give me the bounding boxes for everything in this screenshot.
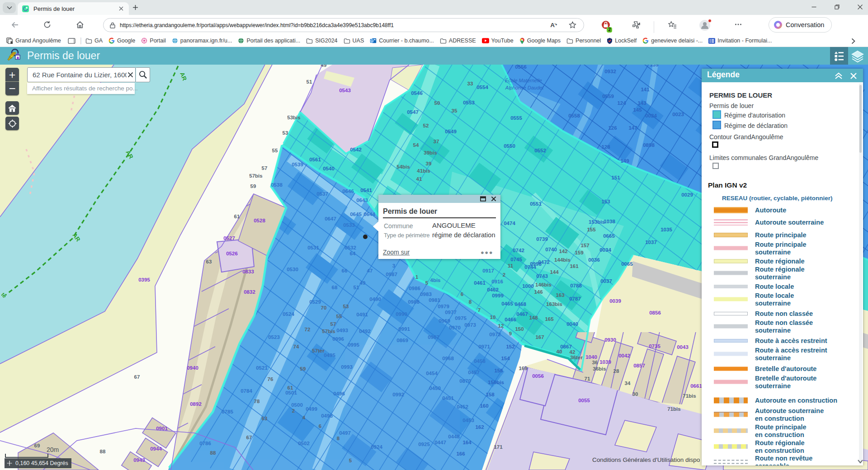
svg-text:1000: 1000 [522, 283, 534, 289]
svg-text:0499: 0499 [306, 406, 317, 412]
svg-text:0665: 0665 [603, 233, 615, 239]
svg-text:54: 54 [413, 142, 419, 148]
svg-text:67: 67 [134, 374, 140, 380]
svg-text:0029: 0029 [681, 192, 693, 197]
svg-text:0786: 0786 [199, 441, 211, 446]
svg-text:0975: 0975 [455, 315, 467, 321]
svg-text:147: 147 [628, 125, 637, 131]
svg-text:0661: 0661 [690, 383, 702, 389]
svg-text:55: 55 [336, 314, 342, 319]
svg-text:0474: 0474 [504, 221, 515, 226]
svg-text:88: 88 [210, 450, 216, 456]
svg-text:0968: 0968 [442, 356, 454, 361]
svg-text:0988: 0988 [408, 299, 420, 305]
svg-text:69: 69 [34, 443, 40, 448]
svg-text:0551: 0551 [530, 201, 542, 207]
svg-text:150: 150 [515, 326, 524, 332]
svg-text:0930: 0930 [604, 337, 616, 343]
svg-text:0042: 0042 [618, 353, 630, 358]
svg-text:53bis: 53bis [287, 115, 300, 120]
svg-text:0979: 0979 [438, 304, 449, 309]
svg-text:40: 40 [557, 349, 562, 354]
svg-text:0971: 0971 [478, 344, 490, 349]
svg-text:158: 158 [486, 392, 495, 397]
svg-text:0530: 0530 [287, 267, 298, 272]
svg-text:51: 51 [307, 79, 312, 85]
svg-text:152: 152 [506, 344, 514, 349]
svg-text:155: 155 [587, 227, 596, 232]
svg-text:0646: 0646 [342, 188, 354, 194]
svg-text:154: 154 [501, 356, 510, 361]
svg-text:63: 63 [206, 259, 212, 264]
svg-text:42: 42 [570, 349, 576, 355]
svg-text:67: 67 [246, 435, 252, 440]
svg-text:0458: 0458 [474, 358, 486, 364]
svg-text:71: 71 [585, 376, 590, 381]
svg-text:163: 163 [556, 292, 564, 298]
svg-text:0999: 0999 [492, 293, 504, 298]
svg-text:0993: 0993 [341, 364, 353, 370]
svg-text:166: 166 [456, 451, 465, 456]
svg-text:0502: 0502 [298, 441, 310, 446]
svg-text:0491: 0491 [356, 312, 368, 317]
svg-text:12: 12 [498, 323, 504, 329]
svg-text:63: 63 [262, 416, 268, 421]
svg-text:0493: 0493 [336, 328, 348, 333]
svg-text:11: 11 [508, 263, 514, 268]
svg-text:0497: 0497 [339, 430, 351, 436]
svg-text:1039: 1039 [599, 359, 611, 365]
svg-text:72: 72 [305, 327, 311, 332]
svg-text:0996: 0996 [332, 336, 344, 342]
svg-text:156: 156 [494, 368, 503, 373]
svg-text:164: 164 [462, 440, 472, 445]
svg-text:9: 9 [509, 331, 512, 336]
svg-text:156bis: 156bis [488, 380, 504, 385]
svg-text:161: 161 [570, 263, 579, 269]
svg-text:0970: 0970 [449, 325, 461, 330]
svg-text:0998: 0998 [530, 261, 542, 267]
svg-text:1035: 1035 [660, 227, 672, 232]
svg-text:49: 49 [360, 280, 366, 286]
svg-text:0043: 0043 [677, 344, 689, 350]
svg-text:66: 66 [342, 268, 348, 273]
svg-text:144: 144 [550, 269, 559, 275]
svg-text:0788: 0788 [570, 283, 582, 288]
svg-text:0461: 0461 [474, 280, 486, 286]
svg-text:0056: 0056 [532, 373, 544, 379]
svg-text:0447: 0447 [434, 440, 446, 445]
svg-text:8: 8 [337, 436, 340, 441]
svg-text:51: 51 [354, 285, 359, 290]
svg-text:0983: 0983 [420, 291, 432, 297]
svg-text:159: 159 [575, 250, 583, 255]
svg-text:41bis: 41bis [417, 168, 430, 174]
svg-text:30: 30 [632, 391, 638, 397]
svg-text:52: 52 [423, 123, 429, 128]
svg-text:4: 4 [302, 415, 306, 420]
svg-text:0539: 0539 [292, 162, 303, 167]
svg-text:70: 70 [321, 305, 327, 310]
svg-text:0451: 0451 [442, 395, 454, 401]
svg-text:0468: 0468 [514, 301, 526, 307]
svg-text:53: 53 [343, 304, 349, 309]
svg-text:0916: 0916 [491, 279, 503, 284]
svg-text:6: 6 [461, 291, 463, 297]
svg-text:160: 160 [480, 403, 488, 409]
svg-text:33: 33 [467, 81, 473, 86]
svg-text:0531: 0531 [307, 245, 319, 250]
svg-text:0643: 0643 [356, 197, 368, 203]
svg-text:0450: 0450 [429, 385, 441, 391]
svg-text:165: 165 [545, 316, 554, 322]
svg-text:74: 74 [293, 344, 299, 349]
svg-text:139: 139 [650, 65, 658, 67]
svg-text:39: 39 [426, 161, 432, 166]
svg-text:0857: 0857 [633, 363, 645, 368]
svg-text:4bis: 4bis [430, 277, 440, 283]
svg-text:0987: 0987 [386, 272, 397, 277]
svg-text:144bis: 144bis [554, 257, 571, 263]
svg-text:0735: 0735 [649, 343, 660, 349]
svg-text:68: 68 [332, 285, 338, 290]
svg-text:5: 5 [349, 458, 352, 463]
svg-text:0991: 0991 [398, 326, 410, 332]
svg-text:0527: 0527 [223, 235, 235, 241]
svg-text:57: 57 [262, 165, 268, 171]
